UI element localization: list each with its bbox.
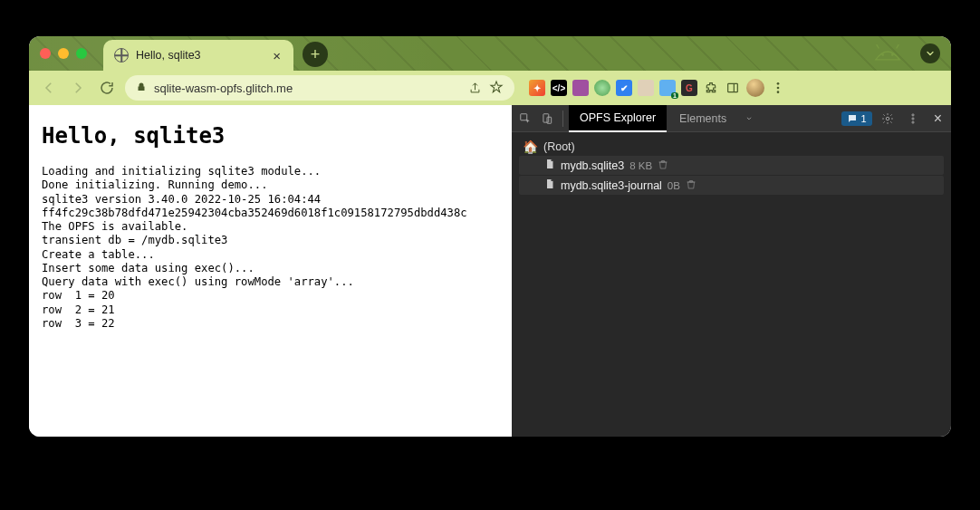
svg-point-7 [777,87,780,90]
extension-icon[interactable] [638,80,654,96]
svg-line-3 [897,44,899,48]
root-label: (Root) [543,140,575,153]
svg-line-2 [877,44,879,48]
svg-rect-4 [728,83,738,91]
toolbar: sqlite-wasm-opfs.glitch.me ✦ </> ✔ 1 G [29,71,951,105]
file-icon [544,158,555,173]
reload-button[interactable] [96,77,118,99]
file-icon [544,178,555,193]
overflow-menu-button[interactable] [920,43,940,63]
browser-tab[interactable]: Hello, sqlite3 × [103,40,293,71]
android-icon [868,38,908,69]
settings-icon[interactable] [878,109,898,129]
content-area: Hello, sqlite3 Loading and initializing … [29,105,951,437]
extension-icon[interactable]: G [681,80,697,96]
profile-avatar[interactable] [746,79,764,97]
badge-count: 1 [861,113,867,124]
device-toggle-icon[interactable] [537,109,557,129]
svg-point-8 [777,91,780,93]
new-tab-button[interactable]: + [303,42,328,67]
svg-point-15 [912,121,914,123]
tree-file-row[interactable]: mydb.sqlite3-journal 0B [519,176,944,195]
tree-file-row[interactable]: mydb.sqlite3 8 KB [519,156,944,175]
svg-point-1 [891,53,894,56]
extension-icon[interactable] [594,80,610,96]
window-controls [40,48,87,59]
devtools-menu-icon[interactable] [903,109,923,129]
close-devtools-button[interactable]: × [928,111,947,127]
devtools-panel: OPFS Explorer Elements 1 × 🏠 (Root) [512,105,951,437]
browser-window: Hello, sqlite3 × + sqlite-wasm-opfs.glit… [29,36,951,437]
url-text: sqlite-wasm-opfs.glitch.me [154,82,460,95]
issues-badge[interactable]: 1 [841,111,872,126]
extensions-menu-icon[interactable] [703,80,719,96]
page-heading: Hello, sqlite3 [42,123,499,149]
inspect-element-icon[interactable] [515,109,535,129]
file-size: 0B [668,180,680,191]
maximize-window-button[interactable] [76,48,87,59]
svg-rect-10 [543,113,549,121]
delete-file-button[interactable] [686,178,697,193]
tab-strip: Hello, sqlite3 × + [29,36,951,71]
delete-file-button[interactable] [658,159,668,173]
tree-root[interactable]: 🏠 (Root) [519,138,944,156]
share-icon[interactable] [467,81,482,95]
extension-icon[interactable]: </> [551,80,567,96]
file-name: mydb.sqlite3 [561,159,624,172]
devtools-tab-elements[interactable]: Elements [668,105,737,132]
more-tabs-icon[interactable] [739,109,759,129]
tab-title: Hello, sqlite3 [136,49,264,62]
file-name: mydb.sqlite3-journal [561,179,662,192]
svg-point-13 [912,113,914,115]
opfs-tree: 🏠 (Root) mydb.sqlite3 8 KB mydb.sqlite3-… [512,132,951,437]
file-size: 8 KB [629,160,652,171]
side-panel-icon[interactable] [725,80,741,96]
devtools-tab-opfs[interactable]: OPFS Explorer [569,105,667,132]
minimize-window-button[interactable] [58,48,69,59]
svg-point-0 [881,53,884,56]
page-content: Hello, sqlite3 Loading and initializing … [29,105,512,437]
console-log: Loading and initializing sqlite3 module.… [42,165,499,331]
svg-point-6 [777,82,780,85]
extension-icon[interactable]: 1 [659,80,676,96]
home-icon: 🏠 [523,140,538,154]
extension-icon[interactable] [572,80,589,96]
svg-point-14 [912,117,914,119]
close-window-button[interactable] [40,48,51,59]
address-bar[interactable]: sqlite-wasm-opfs.glitch.me [125,75,514,101]
close-tab-button[interactable]: × [271,48,283,63]
svg-point-12 [886,117,889,120]
chrome-menu-icon[interactable] [770,80,786,96]
forward-button[interactable] [67,77,89,99]
bookmark-icon[interactable] [489,80,504,97]
extension-icon[interactable]: ✦ [529,80,545,96]
extension-icons: ✦ </> ✔ 1 G [529,79,786,97]
lock-icon [136,82,147,95]
globe-icon [114,48,129,63]
devtools-tabbar: OPFS Explorer Elements 1 × [512,105,951,132]
extension-icon[interactable]: ✔ [616,80,632,96]
back-button[interactable] [38,77,60,99]
